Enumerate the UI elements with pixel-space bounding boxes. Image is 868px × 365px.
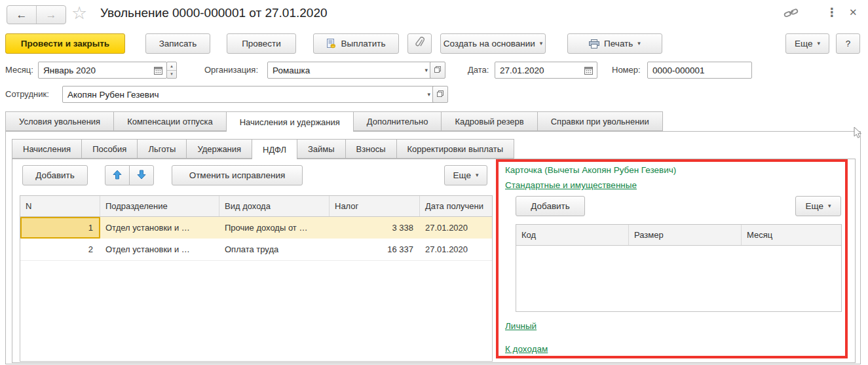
tab-accruals[interactable]: Начисления	[12, 139, 82, 159]
link-button[interactable]	[783, 7, 799, 21]
month-stepper: ▴ ▾	[166, 62, 177, 79]
move-down-button[interactable]	[129, 165, 154, 185]
add-label: Добавить	[35, 170, 75, 180]
help-button[interactable]: ?	[836, 33, 860, 54]
tab-ndfl[interactable]: НДФЛ	[252, 139, 297, 159]
page-title: Увольнение 0000-000001 от 27.01.2020	[100, 6, 328, 20]
table-row[interactable]: 1 Отдел установки и … Прочие доходы от ……	[20, 217, 492, 239]
tab-accruals-deductions[interactable]: Начисления и удержания	[226, 111, 354, 132]
tab-dismissal-terms[interactable]: Условия увольнения	[5, 111, 114, 131]
back-icon: ←	[16, 9, 28, 22]
column-header-department[interactable]: Подразделение	[100, 196, 219, 216]
open-form-icon	[434, 66, 442, 75]
undo-corrections-label: Отменить исправления	[189, 170, 286, 180]
tab-label: Корректировки выплаты	[407, 144, 504, 154]
attachments-button[interactable]	[407, 33, 432, 54]
organization-input[interactable]: Ромашка ▾	[267, 62, 432, 79]
kebab-menu-icon: ⋮	[826, 6, 838, 19]
column-header-tax[interactable]: Налог	[330, 196, 420, 216]
chevron-down-icon: ▾	[637, 41, 641, 47]
ndfl-more-button[interactable]: Еще ▾	[444, 165, 487, 185]
tab-personnel-reserve[interactable]: Кадровый резерв	[441, 111, 537, 131]
date-value: 27.01.2020	[500, 66, 580, 75]
ndfl-add-button[interactable]: Добавить	[22, 165, 88, 185]
column-header-n[interactable]: N	[20, 196, 100, 216]
star-icon: ☆	[71, 3, 87, 23]
stepper-down-button[interactable]: ▾	[167, 71, 176, 79]
tab-dismissal-certificates[interactable]: Справки при увольнении	[537, 111, 663, 131]
cell-income-type[interactable]: Оплата труда	[219, 239, 330, 260]
tab-vacation-compensation[interactable]: Компенсации отпуска	[113, 111, 227, 131]
tab-benefits[interactable]: Пособия	[81, 139, 138, 159]
personal-link[interactable]: Личный	[505, 321, 537, 331]
employee-input[interactable]: Акопян Рубен Гезевич ▾	[62, 86, 435, 103]
add-label: Добавить	[531, 201, 570, 211]
cell-income-type[interactable]: Прочие доходы от …	[219, 217, 330, 239]
to-income-link[interactable]: К доходам	[505, 344, 548, 354]
tab-payment-adjustments[interactable]: Корректировки выплаты	[396, 139, 515, 159]
save-button[interactable]: Записать	[145, 33, 210, 54]
cell-department[interactable]: Отдел установки и …	[100, 239, 219, 260]
employee-label: Сотрудник:	[5, 89, 49, 100]
tab-label: Условия увольнения	[19, 117, 100, 126]
column-header-size[interactable]: Размер	[629, 225, 742, 245]
more-menu-button[interactable]: ⋮	[826, 5, 838, 20]
column-header-code[interactable]: Код	[516, 225, 629, 245]
stepper-up-button[interactable]: ▴	[167, 62, 176, 71]
cell-tax[interactable]: 3 338	[330, 217, 420, 239]
cell-n[interactable]: 1	[20, 217, 100, 239]
tab-contributions[interactable]: Взносы	[345, 139, 397, 159]
employee-open-button[interactable]	[432, 86, 448, 103]
create-based-on-button[interactable]: Создать на основании ▾	[440, 33, 546, 54]
tab-label: Взносы	[356, 144, 386, 154]
move-up-button[interactable]	[105, 165, 130, 185]
forward-button[interactable]: →	[36, 6, 66, 24]
paperclip-icon	[415, 37, 425, 50]
toolbar-more-button[interactable]: Еще ▾	[785, 33, 829, 54]
chevron-down-icon: ▾	[476, 172, 479, 178]
post-label: Провести	[242, 39, 281, 48]
cell-date[interactable]: 27.01.2020	[420, 239, 493, 260]
table-row[interactable]: 2 Отдел установки и … Оплата труда 16 33…	[20, 239, 492, 261]
organization-value: Ромашка	[273, 66, 421, 75]
calendar-icon[interactable]	[150, 62, 166, 78]
ndfl-table-header: N Подразделение Вид дохода Налог Дата по…	[20, 196, 492, 217]
ndfl-table: N Подразделение Вид дохода Налог Дата по…	[20, 195, 493, 362]
column-header-month[interactable]: Месяц	[742, 225, 841, 245]
tab-label: Удержания	[197, 144, 241, 154]
tab-deductions[interactable]: Удержания	[186, 139, 252, 159]
post-and-close-button[interactable]: Провести и закрыть	[5, 33, 125, 54]
month-input[interactable]: Январь 2020	[38, 62, 167, 79]
card-more-button[interactable]: Еще ▾	[795, 196, 841, 216]
print-button[interactable]: Печать ▾	[567, 33, 662, 54]
undo-corrections-button[interactable]: Отменить исправления	[172, 165, 303, 185]
column-header-income-type[interactable]: Вид дохода	[219, 196, 330, 216]
number-input[interactable]: 0000-000001	[647, 62, 752, 79]
month-label: Месяц:	[5, 65, 33, 75]
tab-label: Льготы	[148, 144, 176, 154]
column-header-date-received[interactable]: Дата получени	[420, 196, 493, 216]
standard-property-deductions-link[interactable]: Стандартные и имущественные	[505, 180, 637, 190]
tab-privileges[interactable]: Льготы	[137, 139, 187, 159]
pay-label: Выплатить	[341, 39, 385, 48]
print-label: Печать	[604, 39, 633, 48]
tab-label: Начисления	[23, 144, 71, 154]
more-label: Еще	[453, 170, 471, 180]
close-icon: ✕	[849, 7, 858, 18]
organization-open-button[interactable]	[430, 62, 445, 79]
card-add-button[interactable]: Добавить	[516, 196, 585, 216]
date-input[interactable]: 27.01.2020	[495, 62, 597, 79]
tab-loans[interactable]: Займы	[297, 139, 346, 159]
close-button[interactable]: ✕	[849, 7, 858, 18]
calendar-icon[interactable]	[580, 62, 597, 78]
tab-additional[interactable]: Дополнительно	[353, 111, 442, 131]
back-button[interactable]: ←	[7, 6, 36, 24]
post-button[interactable]: Провести	[227, 33, 296, 54]
printer-icon	[589, 39, 599, 48]
cell-tax[interactable]: 16 337	[330, 239, 420, 260]
cell-date[interactable]: 27.01.2020	[420, 217, 493, 239]
cell-department[interactable]: Отдел установки и …	[100, 217, 219, 239]
pay-button[interactable]: Выплатить	[313, 33, 399, 54]
cell-n[interactable]: 2	[20, 239, 100, 260]
favorite-star-button[interactable]: ☆	[71, 3, 87, 24]
